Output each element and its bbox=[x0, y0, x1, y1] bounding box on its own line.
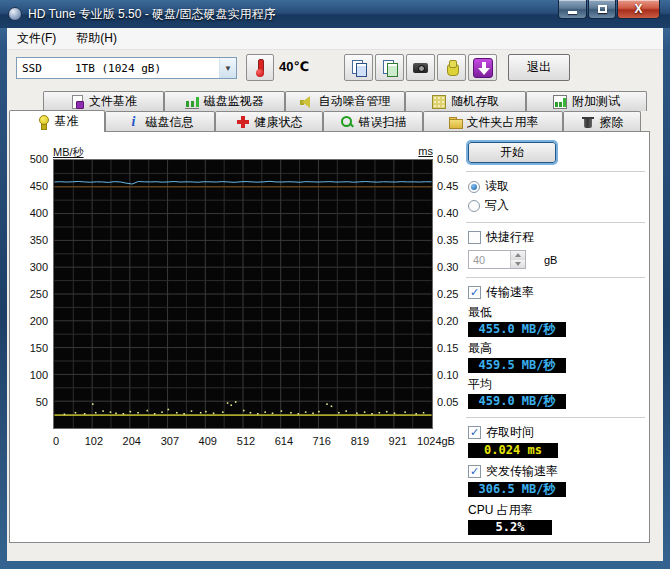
hand-icon bbox=[444, 60, 460, 76]
screenshot-camera-icon bbox=[413, 60, 429, 76]
tab-错误扫描[interactable]: 错误扫描 bbox=[323, 111, 423, 132]
short-stroke-size-stepper[interactable]: 40 bbox=[468, 250, 526, 269]
burst-rate-checkbox[interactable]: ✓ bbox=[468, 465, 481, 478]
short-stroke-size-value: 40 bbox=[469, 251, 510, 268]
write-radio[interactable] bbox=[468, 200, 480, 212]
left-axis-tick: 200 bbox=[10, 315, 48, 327]
tab-label: 健康状态 bbox=[255, 114, 303, 131]
tab-row-primary: 基准i磁盘信息健康状态错误扫描文件夹占用率擦除 bbox=[9, 111, 650, 132]
min-label: 最低 bbox=[468, 304, 649, 321]
title-bar[interactable]: HD Tune 专业版 5.50 - 硬盘/固态硬盘实用程序 X bbox=[0, 0, 670, 28]
read-radio-label: 读取 bbox=[485, 178, 509, 195]
random-access-icon bbox=[432, 95, 446, 109]
maximize-icon bbox=[598, 5, 607, 13]
stepper-buttons bbox=[510, 251, 525, 268]
start-button-label: 开始 bbox=[500, 144, 524, 161]
left-axis-tick: 400 bbox=[10, 207, 48, 219]
tab-随机存取[interactable]: 随机存取 bbox=[405, 91, 526, 111]
access-time-option[interactable]: ✓ 存取时间 bbox=[468, 424, 649, 441]
access-time-label: 存取时间 bbox=[486, 424, 534, 441]
copy-image-button[interactable] bbox=[375, 54, 404, 81]
copy-image-icon bbox=[382, 60, 398, 76]
max-label: 最高 bbox=[468, 340, 649, 357]
tab-基准[interactable]: 基准 bbox=[9, 110, 105, 132]
extra-tests-icon bbox=[553, 95, 567, 109]
x-axis-tick: 1024gB bbox=[413, 435, 459, 447]
avg-label: 平均 bbox=[468, 376, 649, 393]
read-radio[interactable] bbox=[468, 181, 480, 193]
start-button[interactable]: 开始 bbox=[468, 142, 556, 163]
stepper-up-icon[interactable] bbox=[511, 251, 525, 260]
stepper-down-icon[interactable] bbox=[511, 260, 525, 269]
exit-button[interactable]: 退出 bbox=[508, 54, 570, 81]
copy-icon bbox=[351, 60, 367, 76]
tab-label: 随机存取 bbox=[451, 93, 499, 110]
drive-select[interactable]: SSD 1TB (1024 gB) ▼ bbox=[16, 57, 237, 79]
left-axis-tick: 250 bbox=[10, 288, 48, 300]
left-axis-tick: 500 bbox=[10, 153, 48, 165]
tab-文件夹占用率[interactable]: 文件夹占用率 bbox=[423, 111, 563, 132]
access-time-checkbox[interactable]: ✓ bbox=[468, 426, 481, 439]
left-axis-tick: 300 bbox=[10, 261, 48, 273]
download-arrow-button[interactable] bbox=[468, 54, 497, 81]
error-scan-icon bbox=[340, 115, 354, 129]
minimize-button[interactable] bbox=[558, 0, 587, 19]
app-window: HD Tune 专业版 5.50 - 硬盘/固态硬盘实用程序 X 文件(F)帮助… bbox=[0, 0, 670, 569]
noise-management-icon bbox=[299, 95, 313, 109]
short-stroke-unit: gB bbox=[544, 254, 557, 266]
tab-磁盘信息[interactable]: i磁盘信息 bbox=[105, 111, 215, 132]
maximize-button[interactable] bbox=[588, 0, 616, 19]
transfer-rate-label: 传输速率 bbox=[486, 284, 534, 301]
erase-trash-icon bbox=[581, 115, 595, 129]
cpu-usage-value: 5.2% bbox=[468, 520, 552, 535]
tab-健康状态[interactable]: 健康状态 bbox=[215, 111, 323, 132]
burst-rate-option[interactable]: ✓ 突发传输速率 bbox=[468, 463, 649, 480]
min-value: 455.0 MB/秒 bbox=[468, 322, 566, 337]
temperature-button[interactable] bbox=[246, 54, 274, 81]
write-mode-option[interactable]: 写入 bbox=[468, 197, 649, 214]
window-title: HD Tune 专业版 5.50 - 硬盘/固态硬盘实用程序 bbox=[28, 6, 275, 23]
tab-磁盘监视器[interactable]: 磁盘监视器 bbox=[164, 91, 285, 111]
tab-label: 磁盘信息 bbox=[146, 114, 194, 131]
access-time-value: 0.024 ms bbox=[468, 443, 558, 458]
transfer-rate-checkbox[interactable]: ✓ bbox=[468, 286, 481, 299]
tab-label: 基准 bbox=[55, 113, 79, 130]
benchmark-bulb-icon bbox=[36, 115, 50, 129]
file-benchmark-icon bbox=[70, 95, 84, 109]
tab-label: 磁盘监视器 bbox=[204, 93, 264, 110]
benchmark-page: MB/秒ms500450400350300250200150100500.500… bbox=[9, 131, 650, 543]
left-axis-tick: 450 bbox=[10, 180, 48, 192]
menu-item-1[interactable]: 帮助(H) bbox=[66, 28, 127, 50]
read-mode-option[interactable]: 读取 bbox=[468, 178, 649, 195]
write-radio-label: 写入 bbox=[485, 197, 509, 214]
divider bbox=[466, 277, 645, 278]
copy-button[interactable] bbox=[344, 54, 373, 81]
short-stroke-label: 快捷行程 bbox=[486, 229, 534, 246]
tab-label: 文件夹占用率 bbox=[467, 114, 539, 131]
tab-label: 错误扫描 bbox=[359, 114, 407, 131]
health-cross-icon bbox=[236, 115, 250, 129]
menu-item-0[interactable]: 文件(F) bbox=[7, 28, 66, 50]
tab-附加测试[interactable]: 附加测试 bbox=[526, 91, 647, 111]
tab-擦除[interactable]: 擦除 bbox=[563, 111, 641, 132]
transfer-rate-option[interactable]: ✓ 传输速率 bbox=[468, 284, 649, 301]
screenshot-camera-button[interactable] bbox=[406, 54, 435, 81]
divider bbox=[466, 171, 645, 172]
chart-plot bbox=[53, 159, 433, 429]
short-stroke-option[interactable]: 快捷行程 bbox=[468, 229, 649, 246]
short-stroke-checkbox[interactable] bbox=[468, 231, 481, 244]
chevron-down-icon[interactable]: ▼ bbox=[219, 58, 236, 78]
avg-value: 459.0 MB/秒 bbox=[468, 394, 566, 409]
tab-自动噪音管理[interactable]: 自动噪音管理 bbox=[285, 91, 406, 111]
app-icon bbox=[8, 7, 22, 21]
left-axis-unit: MB/秒 bbox=[53, 145, 84, 160]
drive-select-value: SSD 1TB (1024 gB) bbox=[17, 62, 219, 75]
left-axis-tick: 150 bbox=[10, 342, 48, 354]
close-button[interactable]: X bbox=[617, 0, 660, 19]
hand-button[interactable] bbox=[437, 54, 466, 81]
divider bbox=[466, 222, 645, 223]
exit-button-label: 退出 bbox=[527, 59, 551, 76]
tab-文件基准[interactable]: 文件基准 bbox=[43, 91, 164, 111]
left-axis-tick: 100 bbox=[10, 369, 48, 381]
benchmark-chart: MB/秒ms500450400350300250200150100500.500… bbox=[10, 132, 470, 544]
